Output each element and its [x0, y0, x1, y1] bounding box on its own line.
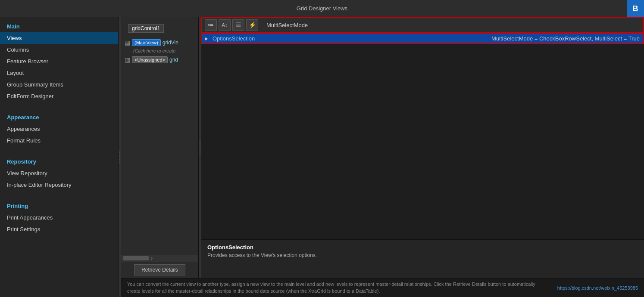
sidebar-section-repository: Repository	[0, 152, 118, 167]
desc-text: Provides access to the View's selection …	[207, 252, 638, 258]
view-name-mainview: gridVie	[163, 40, 178, 46]
bottom-bar: You can convert the current view to anot…	[121, 278, 644, 297]
list-view-icon: ☰	[236, 22, 241, 28]
sort-category-icon: ≔	[208, 22, 214, 28]
toolbar-divider	[261, 21, 261, 29]
sort-alpha-button[interactable]: A↕	[219, 19, 231, 31]
toolbar-search-label: MultiSelectMode	[264, 22, 308, 28]
grid-control-label[interactable]: gridControl1	[128, 24, 164, 33]
view-name-unassigned: grid	[169, 57, 178, 63]
sidebar-item-group-summary-items[interactable]: Group Summary Items	[0, 79, 118, 90]
property-rows: ▶ OptionsSelection MultiSelectMode = Che…	[201, 33, 644, 239]
sidebar-item-in-place-editor-repository[interactable]: In-place Editor Repository	[0, 179, 118, 191]
sidebar: MainViewsColumnsFeature BrowserLayoutGro…	[0, 17, 119, 297]
view-badge-mainview[interactable]: (MainView)	[132, 39, 161, 46]
sidebar-item-layout[interactable]: Layout	[0, 67, 118, 79]
bottom-bar-link[interactable]: https://blog.csdn.net/weixin_45253985	[557, 285, 638, 291]
sidebar-section-appearance: Appearance	[0, 108, 118, 123]
sidebar-item-print-settings[interactable]: Print Settings	[0, 223, 118, 235]
app-title: Grid Designer Views	[297, 5, 347, 12]
scroll-arrow-right[interactable]: ›	[150, 254, 153, 262]
bottom-bar-text: You can convert the current view to anot…	[127, 281, 557, 294]
sidebar-item-editform-designer[interactable]: EditForm Designer	[0, 90, 118, 102]
desc-title: OptionsSelection	[207, 244, 638, 251]
sort-alpha-icon: A↕	[222, 22, 228, 28]
sidebar-item-columns[interactable]: Columns	[0, 44, 118, 56]
sidebar-item-print-appearances[interactable]: Print Appearances	[0, 212, 118, 223]
expand-icon-optionsselection[interactable]: ▶	[202, 36, 211, 41]
title-bar: Grid Designer Views B	[0, 0, 644, 17]
lightning-icon: ⚡	[249, 22, 256, 28]
view-badge-unassigned[interactable]: <Unassigned>	[132, 56, 168, 63]
corner-icon[interactable]: B	[627, 0, 644, 17]
properties-panel: ≔ A↕ ☰ ⚡ MultiSelectMode	[201, 17, 644, 278]
views-panel-inner: gridControl1 ▦ (MainView) gridVie (Click…	[121, 17, 198, 254]
prop-value-optionsselection: MultiSelectMode = CheckBoxRowSelect, Mul…	[426, 35, 644, 42]
view-scroll-bar: ›	[121, 254, 198, 262]
sidebar-divider	[0, 235, 118, 241]
description-area: OptionsSelection Provides access to the …	[201, 239, 644, 278]
prop-name-optionsselection: OptionsSelection	[211, 35, 426, 42]
view-row-mainview[interactable]: ▦ (MainView) gridVie	[121, 38, 198, 47]
list-view-button[interactable]: ☰	[232, 19, 244, 31]
retrieve-details-button[interactable]: Retrieve Details	[134, 264, 185, 275]
sidebar-item-feature-browser[interactable]: Feature Browser	[0, 56, 118, 67]
content-area: gridControl1 ▦ (MainView) gridVie (Click…	[121, 17, 644, 297]
sidebar-item-view-repository[interactable]: View Repository	[0, 167, 118, 179]
click-here-text[interactable]: (Click here to create	[121, 47, 198, 55]
sidebar-divider	[0, 146, 118, 152]
sort-category-button[interactable]: ≔	[205, 19, 217, 31]
grid-icon-mainview: ▦	[125, 39, 130, 46]
sidebar-section-main: Main	[0, 17, 118, 32]
scroll-thumb[interactable]	[123, 256, 149, 260]
properties-toolbar: ≔ A↕ ☰ ⚡ MultiSelectMode	[201, 17, 644, 33]
sidebar-divider	[0, 102, 118, 108]
sidebar-item-views[interactable]: Views	[0, 32, 118, 44]
content-main: gridControl1 ▦ (MainView) gridVie (Click…	[121, 17, 644, 278]
view-row-unassigned[interactable]: ▦ <Unassigned> grid	[121, 55, 198, 65]
grid-icon-unassigned: ▦	[125, 56, 130, 63]
lightning-button[interactable]: ⚡	[246, 19, 258, 31]
sidebar-section-printing: Printing	[0, 197, 118, 212]
sidebar-item-appearances[interactable]: Appearances	[0, 123, 118, 135]
main-layout: MainViewsColumnsFeature BrowserLayoutGro…	[0, 17, 644, 297]
sidebar-divider	[0, 191, 118, 197]
views-panel: gridControl1 ▦ (MainView) gridVie (Click…	[121, 17, 199, 278]
prop-row-optionsselection[interactable]: ▶ OptionsSelection MultiSelectMode = Che…	[201, 33, 644, 44]
sidebar-item-format-rules[interactable]: Format Rules	[0, 135, 118, 146]
